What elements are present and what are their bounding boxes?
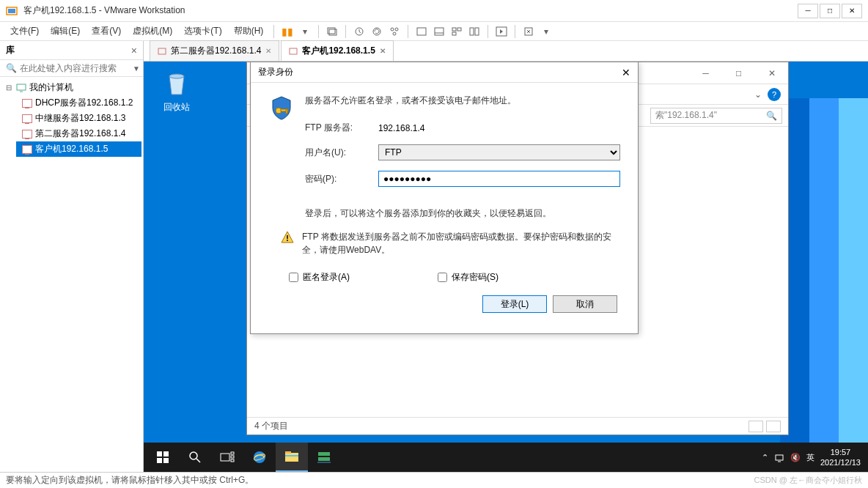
svg-rect-13: [457, 28, 461, 31]
explorer-search-input[interactable]: 索"192.168.1.4" 🔍: [650, 108, 782, 124]
snapshot-manage-icon[interactable]: [387, 24, 402, 39]
volume-icon[interactable]: 🔇: [790, 453, 801, 462]
tree-collapse-icon[interactable]: ⊟: [4, 84, 13, 92]
help-icon[interactable]: ?: [768, 88, 781, 101]
library-sidebar: 库 × 🔍 ▼ ⊟ 我的计算机 DHCP服务器192.168.1.2: [0, 41, 144, 472]
password-field[interactable]: [378, 171, 620, 187]
save-password-checkbox-input[interactable]: [438, 273, 447, 282]
view-large-icon[interactable]: [766, 421, 781, 432]
guest-taskbar: ⌃ 🔇 英 19:57 2021/12/13: [144, 443, 868, 472]
snapshot-revert-icon[interactable]: [369, 24, 384, 39]
dialog-hint: 登录后，可以将这个服务器添加到你的收藏夹，以便轻易返回。: [305, 207, 620, 220]
vmware-menubar: 文件(F) 编辑(E) 查看(V) 虚拟机(M) 选项卡(T) 帮助(H) ▮▮…: [0, 22, 868, 41]
username-field[interactable]: FTP: [378, 144, 620, 160]
tree-root[interactable]: ⊟ 我的计算机: [1, 80, 141, 95]
username-label: 用户名(U):: [305, 147, 378, 159]
svg-rect-47: [776, 455, 783, 460]
ie-button[interactable]: [243, 443, 276, 472]
unity-icon[interactable]: [521, 24, 536, 39]
menu-edit[interactable]: 编辑(E): [46, 22, 84, 40]
search-button[interactable]: [179, 443, 211, 472]
close-button[interactable]: ✕: [842, 4, 862, 18]
explorer-close-button[interactable]: ✕: [755, 63, 788, 84]
tab-close-icon[interactable]: ✕: [380, 47, 386, 55]
vmware-statusbar: 要将输入定向到该虚拟机，请将鼠标指针移入其中或按 Ctrl+G。 CSDN @ …: [0, 472, 868, 488]
task-view-button[interactable]: [211, 443, 243, 472]
tab-vm[interactable]: 第二服务器192.168.1.4 ✕: [150, 40, 279, 61]
dialog-close-button[interactable]: ✕: [622, 67, 630, 78]
guest-vm-view[interactable]: 回收站 ─ □ ✕ ⌄ ?: [144, 62, 868, 472]
fullscreen-icon[interactable]: [494, 24, 509, 39]
layout-thumb-icon[interactable]: [449, 24, 464, 39]
send-keys-icon[interactable]: [325, 24, 339, 39]
chevron-down-icon[interactable]: ⌄: [754, 89, 762, 100]
svg-rect-31: [157, 458, 162, 463]
ime-indicator[interactable]: 英: [806, 452, 814, 463]
explorer-button[interactable]: [276, 443, 308, 472]
menu-tabs[interactable]: 选项卡(T): [180, 22, 226, 40]
search-dropdown-icon[interactable]: ▼: [133, 64, 140, 73]
dropdown-icon[interactable]: ▾: [539, 24, 553, 39]
cancel-button[interactable]: 取消: [553, 295, 617, 313]
vm-icon: [21, 114, 33, 124]
pause-icon[interactable]: ▮▮: [280, 24, 295, 39]
tree-vm-item[interactable]: DHCP服务器192.168.1.2: [16, 95, 141, 111]
taskbar-date: 2021/12/13: [820, 457, 861, 467]
tray-up-icon[interactable]: ⌃: [762, 453, 768, 462]
layout-multi-icon[interactable]: [467, 24, 482, 39]
tab-label: 第二服务器192.168.1.4: [171, 45, 261, 57]
library-search-input[interactable]: [20, 63, 130, 73]
vm-label: DHCP服务器192.168.1.2: [35, 97, 133, 109]
tree-vm-item-selected[interactable]: 客户机192.168.1.5: [16, 141, 141, 157]
view-details-icon[interactable]: [749, 421, 763, 432]
svg-rect-36: [231, 452, 234, 454]
server-manager-button[interactable]: [308, 443, 340, 472]
minimize-button[interactable]: ─: [798, 4, 818, 18]
layout-console-icon[interactable]: [432, 24, 446, 39]
dialog-message: 服务器不允许匿名登录，或者不接受该电子邮件地址。: [305, 95, 620, 107]
recycle-bin-label: 回收站: [163, 102, 190, 112]
save-password-checkbox[interactable]: 保存密码(S): [438, 271, 499, 284]
snapshot-icon[interactable]: [352, 24, 367, 39]
menu-file[interactable]: 文件(F): [6, 22, 43, 40]
tree-vm-item[interactable]: 中继服务器192.168.1.3: [16, 111, 141, 126]
menu-help[interactable]: 帮助(H): [229, 22, 268, 40]
tab-vm-active[interactable]: 客户机192.168.1.5 ✕: [281, 40, 393, 61]
svg-rect-27: [287, 235, 288, 239]
dialog-title: 登录身份: [258, 66, 622, 78]
tree-vm-item[interactable]: 第二服务器192.168.1.4: [16, 126, 141, 141]
anonymous-checkbox-input[interactable]: [289, 273, 298, 282]
taskbar-clock[interactable]: 19:57 2021/12/13: [820, 447, 861, 468]
dropdown-icon[interactable]: ▾: [298, 24, 312, 39]
recycle-bin-icon: [162, 69, 191, 98]
search-icon: 🔍: [6, 63, 17, 73]
maximize-button[interactable]: □: [820, 4, 840, 18]
svg-rect-19: [17, 84, 26, 90]
menu-view[interactable]: 查看(V): [87, 22, 125, 40]
window-controls: ─ □ ✕: [798, 4, 862, 18]
tab-close-icon[interactable]: ✕: [265, 47, 271, 55]
svg-rect-30: [163, 451, 169, 456]
login-button[interactable]: 登录(L): [482, 295, 547, 313]
network-icon[interactable]: [774, 452, 784, 462]
start-button[interactable]: [147, 443, 179, 472]
layout-single-icon[interactable]: [414, 24, 429, 39]
content-area: 第二服务器192.168.1.4 ✕ 客户机192.168.1.5 ✕ 回收站: [144, 41, 868, 472]
explorer-maximize-button[interactable]: □: [722, 63, 755, 84]
warning-icon: [280, 230, 295, 245]
separator: [345, 25, 346, 38]
svg-rect-42: [285, 451, 291, 454]
sidebar-close-icon[interactable]: ×: [131, 45, 137, 56]
explorer-minimize-button[interactable]: ─: [689, 63, 722, 84]
separator: [408, 25, 408, 38]
svg-rect-29: [157, 451, 162, 456]
svg-point-6: [391, 28, 394, 31]
password-label: 密码(P):: [305, 173, 378, 185]
separator: [488, 25, 488, 38]
svg-rect-22: [290, 48, 297, 54]
tab-vm-icon: [158, 48, 166, 55]
anonymous-checkbox[interactable]: 匿名登录(A): [289, 271, 350, 284]
svg-point-8: [393, 32, 396, 35]
menu-vm[interactable]: 虚拟机(M): [128, 22, 177, 40]
recycle-bin[interactable]: 回收站: [155, 69, 199, 114]
